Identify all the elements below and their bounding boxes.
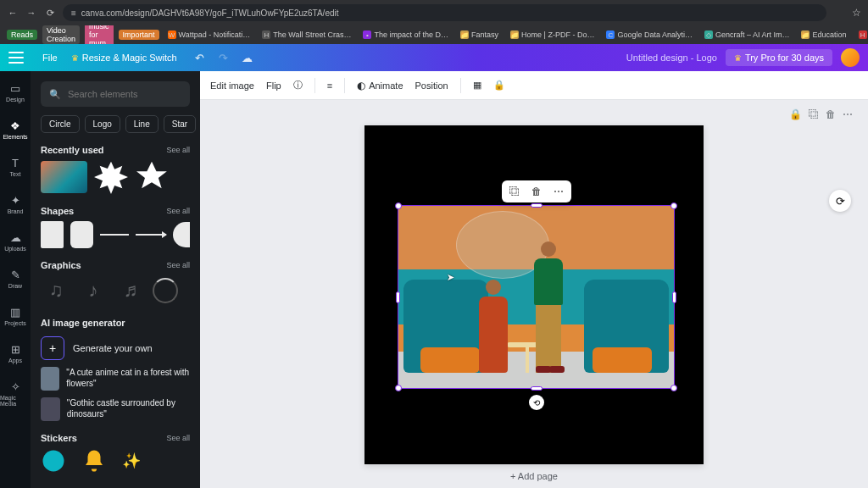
page-actions: 🔒 ⿻ 🗑 ⋯	[789, 108, 853, 120]
see-all-link[interactable]: See all	[166, 261, 190, 269]
undo-icon[interactable]: ↶	[192, 50, 208, 65]
shape-rounded-square[interactable]	[70, 221, 93, 248]
resize-handle[interactable]	[670, 385, 677, 391]
bookmark-item[interactable]: 📁Education	[798, 29, 849, 41]
redo-icon[interactable]: ↷	[216, 50, 231, 65]
bookmark-item[interactable]: 📁Home | Z-PDF - Do…	[507, 29, 598, 41]
bookmark-item[interactable]: 📁Fantasy	[457, 29, 502, 41]
rail-draw[interactable]: ✎Draw	[0, 266, 31, 291]
browser-chrome: ← → ⟳ ≡ canva.com/design/DAGHVt6A98Y/goF…	[0, 0, 868, 25]
bookmark-item[interactable]: HThe Wall Street Cras…	[259, 29, 354, 41]
resize-handle[interactable]	[395, 202, 402, 209]
position-button[interactable]: Position	[415, 80, 448, 91]
bookmark-reads[interactable]: Reads	[7, 30, 37, 40]
recent-thumb-star6[interactable]	[94, 160, 128, 194]
transparency-icon[interactable]: ▦	[473, 80, 481, 91]
selected-image[interactable]: ➤ ⿻ 🗑 ⋯ ⟲	[398, 206, 674, 388]
align-icon[interactable]: ≡	[327, 80, 332, 91]
resize-handle[interactable]	[396, 291, 400, 303]
bookmark-music[interactable]: music for mum	[85, 25, 114, 44]
recent-thumb-photo[interactable]	[41, 161, 87, 193]
rail-apps[interactable]: ⊞Apps	[0, 341, 31, 366]
graphic-thumb[interactable]: ♪	[78, 275, 108, 306]
resize-handle[interactable]	[395, 385, 402, 391]
design-page[interactable]: ➤ ⿻ 🗑 ⋯ ⟲	[364, 125, 704, 464]
chip-star[interactable]: Star	[164, 115, 196, 133]
resize-handle[interactable]	[672, 291, 676, 303]
lock-page-icon[interactable]: 🔒	[789, 108, 802, 120]
back-icon[interactable]: ←	[7, 7, 19, 19]
rail-uploads[interactable]: ☁Uploads	[0, 229, 31, 254]
bookmark-star-icon[interactable]: ☆	[852, 7, 868, 19]
sticker-sparkle[interactable]: ✨	[122, 452, 141, 470]
edit-image-button[interactable]: Edit image	[210, 80, 254, 91]
see-all-link[interactable]: See all	[166, 146, 190, 154]
rail-elements[interactable]: ❖Elements	[0, 117, 31, 142]
bookmark-item[interactable]: ◇Gencraft – AI Art Im…	[701, 29, 793, 41]
cloud-sync-icon[interactable]: ☁	[240, 50, 255, 65]
lock-icon[interactable]: 🔒	[493, 80, 505, 91]
more-icon[interactable]: ⋯	[551, 184, 566, 199]
sticker-bell[interactable]	[81, 448, 107, 474]
delete-page-icon[interactable]: 🗑	[826, 108, 836, 120]
shape-square[interactable]	[41, 221, 64, 248]
rail-text[interactable]: TText	[0, 154, 31, 180]
url-bar[interactable]: ≡ canva.com/design/DAGHVt6A98Y/goF_iTWLu…	[63, 4, 826, 21]
rail-brand[interactable]: ✦Brand	[0, 191, 31, 217]
duplicate-page-icon[interactable]: ⿻	[809, 108, 819, 120]
resize-handle[interactable]	[531, 386, 542, 391]
info-icon[interactable]: ⓘ	[293, 79, 303, 92]
resize-handle[interactable]	[670, 202, 677, 209]
bookmark-item[interactable]: CGoogle Data Analyti…	[603, 29, 696, 41]
forward-icon[interactable]: →	[25, 7, 37, 19]
crown-icon: ♛	[734, 53, 742, 63]
url-text: canva.com/design/DAGHVt6A98Y/goF_iTWLuhO…	[81, 8, 339, 18]
search-field[interactable]	[68, 89, 185, 99]
chip-line[interactable]: Line	[125, 115, 159, 133]
more-page-icon[interactable]: ⋯	[843, 108, 853, 120]
ai-prompt-suggestion[interactable]: "Gothic castle surrounded by dinosaurs"	[41, 397, 190, 421]
graphic-thumb[interactable]: ♫	[41, 275, 71, 306]
animate-button[interactable]: ◐Animate	[357, 80, 403, 92]
bookmark-important[interactable]: Important	[119, 30, 159, 40]
rail-design[interactable]: ▭Design	[0, 80, 31, 105]
rail-magic-media[interactable]: ✧Magic Media	[0, 378, 31, 409]
file-menu[interactable]: File	[36, 49, 64, 66]
ai-thumb-icon	[41, 367, 59, 391]
bookmark-item[interactable]: HHarlequin Romanc…	[855, 29, 868, 41]
chip-logo[interactable]: Logo	[85, 115, 120, 133]
see-all-link[interactable]: See all	[166, 207, 190, 215]
reload-icon[interactable]: ⟳	[44, 7, 56, 19]
bookmark-video[interactable]: Video Creation	[42, 25, 80, 44]
rail-projects[interactable]: ▥Projects	[0, 303, 31, 329]
shape-line[interactable]	[100, 234, 129, 236]
bookmark-item[interactable]: WWattpad - Notificati…	[164, 29, 254, 41]
lock-icon: ≡	[71, 8, 76, 18]
app-header: File ♛Resize & Magic Switch ↶ ↷ ☁ Untitl…	[0, 44, 868, 71]
svg-point-0	[43, 451, 64, 472]
bookmark-item[interactable]: •The impact of the D…	[359, 29, 452, 41]
document-name[interactable]: Untitled design - Logo	[626, 53, 717, 63]
ai-prompt-suggestion[interactable]: "A cute anime cat in a forest with flowe…	[41, 367, 190, 391]
graphic-thumb[interactable]: ♬	[115, 275, 146, 306]
search-input[interactable]: 🔍	[41, 81, 190, 107]
add-page-button[interactable]: + Add page	[200, 464, 868, 488]
delete-icon[interactable]: 🗑	[529, 184, 544, 199]
chip-circle[interactable]: Circle	[41, 115, 80, 133]
shape-circle[interactable]	[173, 222, 190, 247]
recent-thumb-star5[interactable]	[135, 160, 169, 194]
user-avatar[interactable]	[841, 48, 860, 67]
duplicate-icon[interactable]: ⿻	[507, 184, 522, 199]
reset-view-icon[interactable]: ⟳	[829, 190, 851, 212]
rotate-handle[interactable]: ⟲	[529, 395, 544, 410]
sticker-burst[interactable]	[41, 448, 66, 474]
shape-arrow[interactable]	[136, 234, 166, 236]
generate-button[interactable]: + Generate your own	[41, 336, 190, 360]
resize-handle[interactable]	[531, 203, 542, 208]
menu-icon[interactable]	[8, 52, 24, 64]
separator	[344, 78, 345, 93]
resize-button[interactable]: ♛Resize & Magic Switch	[64, 49, 184, 66]
see-all-link[interactable]: See all	[166, 434, 190, 442]
try-pro-button[interactable]: ♛Try Pro for 30 days	[726, 49, 832, 66]
flip-button[interactable]: Flip	[266, 80, 281, 91]
